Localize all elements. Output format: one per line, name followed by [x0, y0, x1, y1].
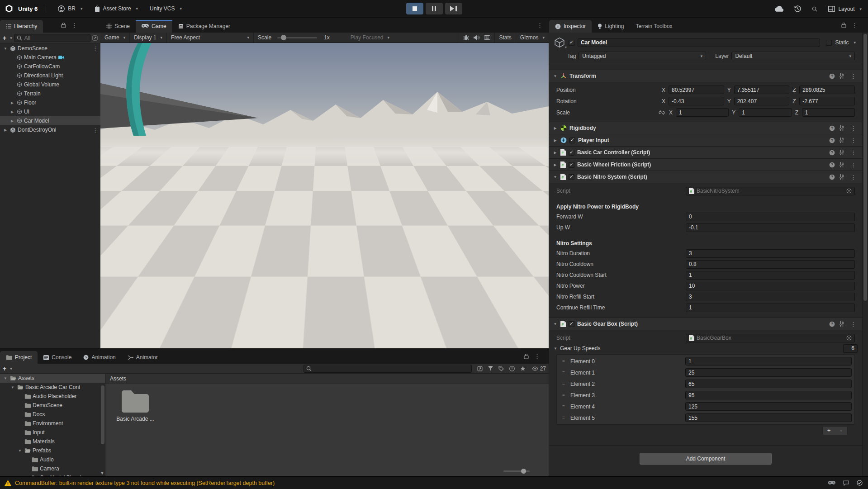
foldout-icon[interactable]: ▼: [553, 74, 558, 78]
help-icon[interactable]: ?: [829, 125, 835, 131]
status-bar[interactable]: CommandBuffer: built-in render texture t…: [0, 476, 868, 489]
project-folder-audio[interactable]: Audio: [0, 455, 105, 464]
step-button[interactable]: [445, 3, 462, 14]
kebab-icon[interactable]: ⋮: [849, 137, 859, 144]
help-icon[interactable]: ?: [829, 174, 835, 180]
drag-handle-icon[interactable]: =: [557, 393, 570, 398]
slider-knob[interactable]: [281, 35, 286, 40]
value-field[interactable]: -0.1: [686, 223, 855, 232]
aspect-dropdown[interactable]: Free Aspect▾: [167, 33, 254, 43]
enabled-checkbox[interactable]: [569, 138, 575, 143]
keyboard-icon[interactable]: [484, 35, 490, 40]
array-element-row-5[interactable]: =Element 5155: [557, 412, 854, 423]
add-element-button[interactable]: +: [823, 427, 835, 435]
chevron-down-icon[interactable]: ▾: [10, 366, 12, 371]
help-icon[interactable]: ?: [829, 138, 835, 143]
slider-track[interactable]: [277, 37, 317, 38]
project-folder-car-model-placeh[interactable]: Car Model Placeh: [0, 473, 105, 476]
kebab-icon[interactable]: ⋮: [70, 22, 80, 28]
foldout-icon[interactable]: ▼: [10, 385, 15, 389]
gameobject-icon[interactable]: ▾: [554, 37, 565, 48]
tab-package-manager[interactable]: Package Manager: [172, 20, 236, 33]
gameobject-name-field[interactable]: Car Model: [578, 38, 820, 47]
visibility-icon[interactable]: [532, 366, 538, 371]
tab-hierarchy[interactable]: Hierarchy: [0, 20, 43, 33]
inspector-scrollbar[interactable]: [862, 33, 868, 476]
tab-lighting[interactable]: Lighting: [592, 20, 630, 33]
speaker-icon[interactable]: [474, 35, 479, 40]
transform-header[interactable]: ▼ Transform ? ⋮: [549, 70, 862, 82]
lock-icon[interactable]: [524, 353, 529, 359]
kebab-icon[interactable]: ⋮: [849, 73, 859, 80]
value-field[interactable]: 1: [686, 304, 855, 312]
drag-handle-icon[interactable]: =: [557, 404, 570, 409]
script-object-field[interactable]: # BasicNitroSystem: [686, 187, 855, 195]
kebab-icon[interactable]: ⋮: [850, 22, 860, 28]
hierarchy-item-carfollowcam[interactable]: CarFollowCam: [0, 62, 100, 71]
project-folder-demoscene[interactable]: DemoScene: [0, 401, 105, 410]
project-folder-materials[interactable]: Materials: [0, 437, 105, 446]
drag-handle-icon[interactable]: =: [557, 415, 570, 420]
value-field[interactable]: 10: [686, 282, 855, 290]
value-field-y[interactable]: 7.355117: [734, 85, 790, 94]
value-field-x[interactable]: 1: [676, 108, 729, 117]
component-header-player-input[interactable]: ▶Player Input?⋮: [549, 134, 862, 146]
tab-console[interactable]: Console: [38, 351, 77, 364]
chevron-down-icon[interactable]: ▾: [10, 36, 12, 40]
help-icon[interactable]: ?: [829, 150, 835, 156]
hierarchy-search-input[interactable]: All: [14, 34, 90, 42]
project-folder-audio-placeholder[interactable]: Audio Placeholder: [0, 392, 105, 401]
play-focused-dropdown[interactable]: Play Focused▾: [346, 33, 394, 43]
hierarchy-item-global-volume[interactable]: Global Volume: [0, 80, 100, 89]
hierarchy-item-directional-light[interactable]: Directional Light: [0, 71, 100, 80]
link-broken-icon[interactable]: [659, 110, 665, 115]
foldout-icon[interactable]: ▶: [9, 119, 15, 123]
presets-icon[interactable]: [839, 73, 844, 79]
presets-icon[interactable]: [839, 162, 844, 167]
layout-menu[interactable]: Layout ▾: [828, 6, 862, 12]
tab-scene[interactable]: Scene: [100, 20, 136, 33]
array-size-field[interactable]: 6: [843, 344, 858, 353]
search-icon[interactable]: [812, 6, 817, 12]
element-value-field[interactable]: 65: [685, 380, 852, 388]
add-object-button[interactable]: +: [3, 34, 6, 42]
add-component-button[interactable]: Add Component: [640, 453, 772, 465]
project-search-input[interactable]: [304, 365, 472, 373]
object-picker-icon[interactable]: [846, 335, 852, 341]
lock-icon[interactable]: [61, 22, 66, 28]
pause-button[interactable]: [426, 3, 443, 14]
array-element-row-4[interactable]: =Element 4125: [557, 401, 854, 412]
unity-vcs-menu[interactable]: Unity VCS ▾: [150, 5, 182, 12]
remove-element-button[interactable]: -: [835, 427, 847, 435]
account-menu[interactable]: BR ▾: [58, 5, 82, 12]
lock-icon[interactable]: [841, 22, 846, 28]
tree-scrollbar[interactable]: [101, 385, 104, 444]
hierarchy-item-ui[interactable]: ▶UI: [0, 107, 100, 116]
hierarchy-item-main-camera[interactable]: Main Camera: [0, 53, 100, 62]
component-header-basic-wheel-friction-script[interactable]: ▶#Basic Wheel Friction (Script)?⋮: [549, 158, 862, 171]
kebab-icon[interactable]: ⋮: [849, 161, 859, 168]
static-checkbox[interactable]: [826, 40, 832, 46]
project-folder-docs[interactable]: Docs: [0, 410, 105, 419]
project-folder-basic-arcade-car-cont[interactable]: ▼Basic Arcade Car Cont: [0, 383, 105, 392]
project-folder-environment[interactable]: Environment: [0, 419, 105, 428]
kebab-icon[interactable]: ⋮: [90, 45, 100, 52]
thumbnail-zoom-slider[interactable]: [503, 470, 530, 472]
foldout-icon[interactable]: ▶: [553, 163, 558, 167]
static-dropdown-icon[interactable]: ▾: [854, 40, 856, 45]
presets-icon[interactable]: [839, 321, 844, 327]
value-field-z[interactable]: -2.677: [799, 97, 855, 105]
tab-terrain-toolbox[interactable]: Terrain Toolbox: [630, 20, 678, 33]
value-field-x[interactable]: 80.52997: [669, 85, 724, 94]
display-dropdown[interactable]: Display 1▾: [130, 33, 167, 43]
element-value-field[interactable]: 25: [685, 368, 852, 377]
bug-icon[interactable]: [463, 35, 469, 40]
alert-icon[interactable]: [509, 366, 515, 371]
foldout-icon[interactable]: ▶: [9, 101, 15, 105]
value-field-y[interactable]: 1: [739, 108, 792, 117]
project-folder-prefabs[interactable]: ▼Prefabs: [0, 446, 105, 455]
nitro-component-header[interactable]: ▼ # Basic Nitro System (Script) ? ⋮: [549, 171, 862, 183]
foldout-icon[interactable]: ▼: [553, 175, 558, 179]
help-icon[interactable]: ?: [829, 162, 835, 168]
layer-dropdown[interactable]: Default▾: [731, 52, 855, 60]
